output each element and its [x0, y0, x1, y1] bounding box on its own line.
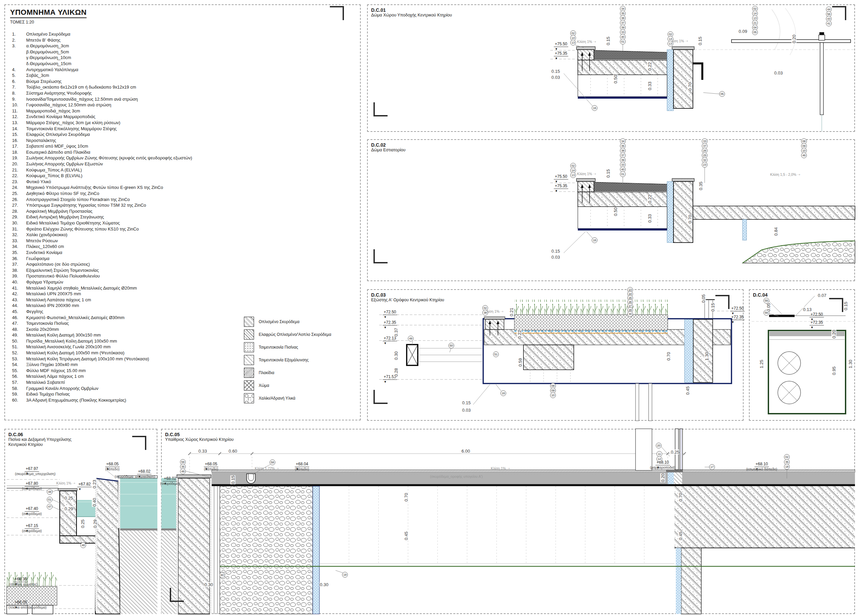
legend-item: 32.Χαλίκι (χονδρόκοκκο)	[10, 232, 349, 238]
section-dc01	[550, 8, 855, 131]
corner-mark	[829, 298, 843, 312]
legend-item: 19.Σωλήνας Απορροής Ομβρίων Ζώνης Φύτευσ…	[10, 155, 349, 161]
legend-item: 4.Αντιρηγματικό Υαλόπλεγμα	[10, 67, 349, 73]
hatch-legend: Οπλισμένο ΣκυρόδεμαΕλαφρώς Οπλισμένο/'Αο…	[244, 315, 331, 405]
title-dc02: D.C.02 Δώμα Εστιατορίου	[371, 142, 405, 153]
hatch-legend-item: Οπλισμένο Σκυρόδεμα	[244, 315, 331, 328]
corner-mark	[373, 102, 387, 116]
legend-item: 7.Τούβλο_οκτάοπο 6x12x19 cm ή δωδεκάοπο …	[10, 84, 349, 90]
legend-item: 27.Υπόστρωμα Συγκράτησης Υγρασίας τύπου …	[10, 202, 349, 208]
legend-item: 24.Μηχανικό Υπόστρωμα Ανάπτυξης Φυτών τύ…	[10, 184, 349, 190]
legend-item: 11.Μαρμαροποδιά_πάχος 3cm	[10, 108, 349, 114]
legend-item: 29.Ειδική Αντιριζική Μεμβράνη Στεγάνωσης	[10, 214, 349, 220]
legend-item: 31.Φρεάτιο Ελέγχου Ζώνης Φύτευσης τύπου …	[10, 226, 349, 232]
legend-item: 38.Εξομαλυντική Στρώση Τσιμεντοκονίας	[10, 267, 349, 273]
legend-item: 45.Φεγγίτης	[10, 309, 349, 315]
legend-item: 3.α.Θερμομόνωση_3cm β.Θερμομόνωση_5cm γ.…	[10, 43, 349, 66]
legend-subtitle: ΤΟΜΕΣ 1:20	[10, 20, 349, 25]
corner-mark	[132, 436, 146, 450]
legend-item: 18.Εσωτερικό Δάπεδο από Πλακίδια	[10, 149, 349, 155]
hatch-swatch-icon	[244, 393, 254, 403]
hatch-swatch-icon	[244, 317, 254, 327]
legend-item: 40.Φράγμα Υδρατμών	[10, 279, 349, 285]
legend-item: 35.Συνδετικό Κονίαμα	[10, 250, 349, 256]
legend-item: 39.Προστατευτικό Φύλλο Πολυαιθυλενίου	[10, 273, 349, 279]
corner-mark	[170, 588, 184, 602]
legend-item: 6.Βύσμα Στερέωσης	[10, 78, 349, 84]
hatch-legend-item: Χαλίκι/Αδρανή Υλικά	[244, 392, 331, 405]
legend-item: 15.Ελαφρώς Οπλισμένο Σκυρόδεμα	[10, 131, 349, 137]
legend-item: 1.Οπλισμένο Σκυρόδεμα	[10, 31, 349, 37]
legend-item: 5.Σοβάς_3cm	[10, 72, 349, 78]
hatch-legend-item: Τσιμεντοκονία Πισίνας	[244, 341, 331, 354]
legend-item: 16.Νεροσταλάκτης	[10, 137, 349, 143]
legend-item: 28.Ασφαλτική Μεμβράνη Προστασίας	[10, 208, 349, 214]
legend-item: 34.Πλάκες_120x60 cm	[10, 243, 349, 250]
section-dc03	[379, 299, 743, 421]
legend-item: 9.Ινοσανίδα/Τσιμεντοσανίδα_πάχους 12.50m…	[10, 96, 349, 102]
legend-item: 41.Μεταλλικό Χαμηλό στηθαίο_Μεταλλικές Δ…	[10, 285, 349, 291]
legend-item: 13.Μάρμαρο Στέψης_πάχος 3cm (με κλίση ρύ…	[10, 120, 349, 126]
section-dc04	[751, 296, 855, 414]
legend-item: 10.Γυψοσανίδα_πάχους 12.50mm ανά στρώση	[10, 102, 349, 108]
title-dc03: D.C.03 Εξώστης Α' Ορόφου Κεντρικού Κτηρί…	[371, 292, 444, 303]
legend-item: 14.Τσιμεντοκονία Επικόλλησης Μαρμάρου Στ…	[10, 126, 349, 132]
hatch-swatch-icon	[244, 355, 254, 365]
legend-item: 17.Σοβατεπί από MDF_ύψος 10cm	[10, 143, 349, 149]
legend-item: 42.Μεταλλικό UPN 200X75 mm	[10, 291, 349, 297]
legend-item: 25.Διηθητικό Φίλτρο τύπου SF της ZinCo	[10, 190, 349, 196]
section-dc05	[161, 429, 855, 614]
hatch-swatch-icon	[244, 329, 254, 340]
legend-item: 33.Μπετόν Ρύσεων	[10, 238, 349, 244]
legend-item: 12.Συνδετικό Κονίαμα Μαρμαροποδιάς	[10, 114, 349, 120]
legend-item: 22.Κούφωμα_Τύπος Β (ELVIAL)	[10, 173, 349, 179]
section-dc02	[550, 167, 855, 263]
corner-mark	[373, 390, 387, 404]
legend-item: 43.Μεταλλική Λαπάτσα πάχους 1 cm	[10, 297, 349, 303]
legend-item: 8.Σύστημα Ανάρτησης Ψευδοροφής	[10, 90, 349, 96]
corner-mark	[715, 295, 729, 309]
hatch-swatch-icon	[244, 381, 254, 390]
legend-item: 36.Γεωΰφασμα	[10, 256, 349, 262]
title-dc01: D.C.01 Δώμα Χώρου Υποδοχής Κεντρικού Κτη…	[371, 7, 452, 18]
legend-item: 37.Ασφαλτόπανο (σε δύο στρώσεις)	[10, 261, 349, 267]
drawing-sheet: ΥΠΟΜΝΗΜΑ ΥΛΙΚΩΝ ΤΟΜΕΣ 1:20 1.Οπλισμένο Σ…	[0, 0, 859, 616]
hatch-legend-item: Χώμα	[244, 379, 331, 392]
legend-title: ΥΠΟΜΝΗΜΑ ΥΛΙΚΩΝ	[10, 8, 87, 18]
corner-mark	[832, 6, 846, 20]
legend-item: 21.Κούφωμα_Τύπος Α (ELVIAL)	[10, 167, 349, 173]
legend-item: 23.Φυτικό Υλικό	[10, 179, 349, 185]
title-dc06: D.C.06 Πισίνα και Δεξαμενή Υπερχείλισης …	[8, 432, 72, 447]
legend-item: 2.Μπετόν Β' Φάσης	[10, 37, 349, 43]
legend-item: 26.Αποστραγγιστικό Στοιχείο τύπου Florad…	[10, 196, 349, 203]
hatch-legend-item: Τσιμεντοκονία Εξομάλυνσης	[244, 354, 331, 366]
corner-mark	[373, 249, 387, 264]
hatch-swatch-icon	[244, 342, 254, 352]
title-dc04: D.C.04	[753, 292, 768, 298]
hatch-legend-item: Ελαφρώς Οπλισμένο/'Αοπλο Σκυρόδεμα	[244, 328, 331, 341]
corner-mark	[330, 6, 344, 20]
hatch-swatch-icon	[244, 368, 254, 378]
legend-item: 44.Μεταλλικό IPN 200X90 mm	[10, 303, 349, 309]
hatch-legend-item: Πλακίδια	[244, 366, 331, 379]
legend-item: 30.Ειδικό Μεταλλικό Τεμάχιο Οριοθέτησης …	[10, 220, 349, 226]
title-dc05: D.C.05 Υπαίθριος Χώρος Κεντρικού Κτηρίου	[165, 432, 234, 442]
section-dc06	[7, 471, 158, 614]
legend-item: 20.Σωλήνας Απορροής Ομβρίων Εξωστών	[10, 161, 349, 167]
